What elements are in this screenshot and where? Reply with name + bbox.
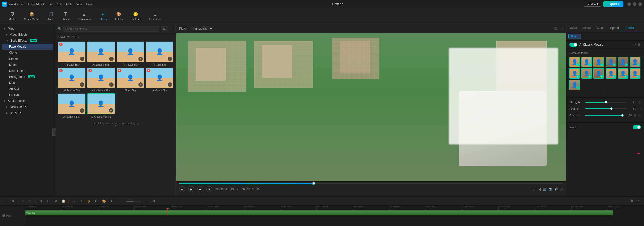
effect-item-ai-sketch-blur[interactable]: 👤 ♥ + AI Sketch Blur: [58, 41, 86, 66]
sidebar-item-audio-effects[interactable]: ▶ Audio Effects: [2, 98, 53, 104]
undo-button[interactable]: ↩: [20, 198, 26, 204]
step-forward-button[interactable]: ⏭: [197, 186, 203, 192]
screen-record-icon[interactable]: 📺: [543, 187, 547, 191]
toolbar-transitions[interactable]: ⊞ Transitions: [74, 10, 94, 22]
mark-out-icon[interactable]: ]: [536, 187, 537, 191]
effect-item-ai-particle-blur[interactable]: 👤 ♥ + AI Particle Blur: [58, 68, 86, 92]
sidebar-item-newblue-fx[interactable]: ▶ NewBlue FX: [2, 104, 53, 110]
ai-scribble-blur-add[interactable]: +: [109, 56, 114, 61]
crop-button[interactable]: ⊡: [93, 198, 99, 204]
sidebar-item-boris-fx[interactable]: ▶ Boris FX: [2, 110, 53, 116]
fit-timeline-button[interactable]: ⊞: [150, 198, 157, 204]
zoom-slider[interactable]: [126, 201, 141, 202]
strength-track[interactable]: [585, 102, 627, 103]
menu-help[interactable]: Help: [86, 3, 92, 6]
timeline-settings-button[interactable]: ⚙: [629, 198, 635, 204]
opacity-reset-icon[interactable]: ◇: [638, 113, 641, 117]
ai-pastel-blur-add[interactable]: +: [138, 56, 143, 61]
timeline-tracks[interactable]: 00:00:05:00 00:00:10:00 00:00:15:00 00:0…: [25, 206, 644, 226]
scrubber-thumb[interactable]: [312, 182, 315, 185]
effects-more-icon[interactable]: ⋯: [170, 27, 173, 31]
face-thumb-10[interactable]: 👤 ✓: [606, 68, 616, 79]
sidebar-item-background[interactable]: Background NEW: [2, 74, 53, 80]
paste-button[interactable]: 📋: [60, 198, 66, 204]
settings-icon[interactable]: ⚙: [560, 187, 563, 191]
reset-effect-icon[interactable]: ↺: [633, 43, 636, 46]
toolbar-titles[interactable]: T Titles: [59, 10, 73, 22]
face-thumb-8[interactable]: 👤 ✓: [581, 68, 592, 79]
volume-icon[interactable]: 🔊: [554, 187, 558, 191]
stop-button[interactable]: ⏹: [206, 186, 212, 192]
ai-remove-button[interactable]: ✦: [108, 198, 115, 204]
tab-video[interactable]: Video: [566, 24, 580, 32]
face-thumb-4[interactable]: 👤 ✓: [606, 56, 616, 67]
feather-thumb[interactable]: [610, 107, 613, 110]
play-button[interactable]: ▶: [188, 186, 194, 192]
ai-classic-mosaic-add[interactable]: +: [109, 108, 113, 113]
sidebar-item-video-effects[interactable]: ▶ Video Effects: [2, 32, 53, 38]
delete-effect-icon[interactable]: 🗑: [638, 43, 641, 46]
snapshot-icon[interactable]: 📷: [549, 187, 552, 191]
effect-item-ai-pastel-blur[interactable]: 👤 + AI Pastel Blur: [117, 41, 144, 66]
sidebar-item-mood[interactable]: Mood: [2, 62, 53, 68]
add-track-button[interactable]: ☰: [2, 198, 8, 204]
sidebar-item-neon-lines[interactable]: Neon Lines: [2, 68, 53, 74]
quality-select[interactable]: Full Quality 1/2 Quality 1/4 Quality: [191, 26, 213, 31]
speed-button[interactable]: ⚡: [86, 198, 92, 204]
menu-edit[interactable]: Edit: [57, 3, 62, 6]
delete-clip-button[interactable]: 🗑: [38, 198, 44, 204]
face-thumb-3[interactable]: 👤 ✓: [593, 56, 604, 67]
menu-tools[interactable]: Tools: [66, 3, 72, 6]
strength-thumb[interactable]: [605, 101, 607, 103]
tab-audio[interactable]: Audio: [580, 24, 594, 32]
effects-filter-button[interactable]: All: [161, 26, 168, 31]
toolbar-filters[interactable]: 🎨 Filters: [111, 10, 126, 22]
sidebar-item-face-mosaic[interactable]: Face Mosaic: [2, 44, 53, 50]
feedback-button[interactable]: Feedback: [584, 2, 601, 7]
opacity-track[interactable]: [585, 115, 622, 116]
face-thumb-11[interactable]: 👤 ✓: [618, 68, 628, 79]
effect-item-ai-classic-mosaic[interactable]: 👤 + AI Classic Mosaic: [87, 93, 115, 118]
main-video-clip[interactable]: Video Clip: [25, 210, 613, 215]
face-thumb-6[interactable]: 👤 ✓: [630, 56, 640, 67]
feather-reset-icon[interactable]: ◇: [638, 107, 641, 111]
face-thumb-2[interactable]: 👤 ✓: [581, 56, 592, 67]
sidebar-item-stroke[interactable]: Stroke: [2, 56, 53, 62]
ai-paint-blur-add[interactable]: +: [168, 56, 172, 61]
toolbar-media[interactable]: 🖼 Media: [5, 10, 20, 22]
effect-item-ai-cross-blur[interactable]: 👤 ♥ + AI Cross Blur: [146, 68, 173, 92]
effect-enable-toggle[interactable]: [569, 43, 577, 47]
close-button[interactable]: [638, 2, 642, 6]
sidebar-item-art-style[interactable]: Art Style: [2, 86, 53, 92]
effects-search-input[interactable]: [63, 26, 159, 32]
zoom-out-button[interactable]: −: [119, 198, 125, 204]
menu-file[interactable]: File: [49, 3, 53, 6]
toolbar-templates[interactable]: ⊡ Templates: [145, 10, 165, 22]
effect-item-ai-ink-blur[interactable]: 👤 ♥ + AI Ink Blur: [117, 68, 144, 92]
panel-collapse-button[interactable]: ‹: [52, 128, 56, 136]
preview-scrubber[interactable]: [179, 183, 563, 184]
export-button[interactable]: Export ▾: [603, 1, 623, 7]
strength-reset-icon[interactable]: ◇: [638, 100, 641, 104]
tab-speed[interactable]: Speed: [607, 24, 622, 32]
opacity-thumb[interactable]: [621, 114, 624, 117]
fullscreen-icon[interactable]: ⛶: [559, 26, 563, 31]
effect-item-ai-paint-blur[interactable]: 👤 + AI Paint Blur: [146, 41, 173, 66]
face-thumb-5[interactable]: 👤 ✓: [618, 56, 628, 67]
sub-tab-video[interactable]: Video: [568, 34, 581, 39]
effect-item-ai-surface-blur[interactable]: 👤 + AI Surface Blur: [58, 93, 86, 118]
tab-effects[interactable]: Effects: [622, 24, 637, 32]
minimize-button[interactable]: [627, 2, 631, 6]
ai-horizontal-blur-add[interactable]: +: [109, 82, 114, 87]
face-thumb-7[interactable]: 👤 ✓: [569, 68, 580, 79]
cut-button[interactable]: ✂: [45, 198, 51, 204]
timeline-grid-button[interactable]: ⊞: [636, 198, 642, 204]
tab-color[interactable]: Color: [594, 24, 607, 32]
toolbar-effects[interactable]: ✦ Effects: [95, 10, 110, 22]
track-settings-button[interactable]: ⊞: [10, 198, 16, 204]
ai-sketch-blur-add[interactable]: +: [80, 56, 84, 61]
redo-button[interactable]: ↪: [27, 198, 33, 204]
face-thumb-13[interactable]: 👤 ✓: [569, 80, 580, 90]
sidebar-item-festival[interactable]: Festival: [2, 92, 53, 98]
invert-toggle[interactable]: [633, 125, 641, 129]
